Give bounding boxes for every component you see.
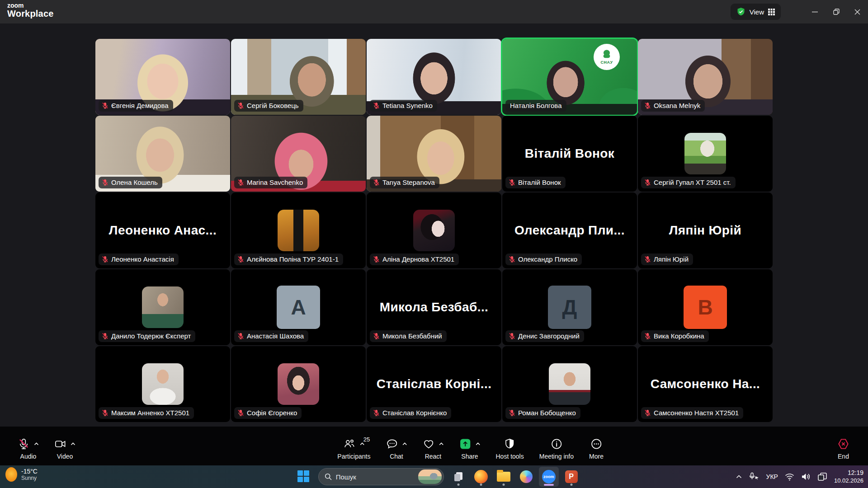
powerpoint-icon: P [565, 470, 578, 483]
taskbar-file-explorer[interactable] [494, 467, 514, 487]
participant-name-text: Денис Завгородний [518, 332, 580, 340]
participant-name-text: Олена Кошель [111, 178, 158, 186]
muted-mic-icon [237, 333, 244, 339]
language-indicator[interactable]: УКР [766, 473, 778, 480]
more-button[interactable]: More [581, 435, 611, 462]
participant-name-text: Данило Тодерюк Єксперт [111, 332, 191, 340]
start-button[interactable] [294, 467, 314, 487]
participant-name-text: Ляпін Юрій [654, 255, 689, 263]
muted-mic-icon [644, 333, 651, 339]
end-meeting-button[interactable]: End [830, 435, 857, 462]
participant-tile[interactable]: СНАУНаталія Болгова [502, 39, 637, 115]
muted-mic-icon [509, 179, 515, 186]
participant-tile[interactable]: Олександр Пли...Олександр Плиско [502, 192, 637, 268]
search-box[interactable]: Пошук [318, 468, 444, 485]
taskbar-clock[interactable]: 12:19 10.02.2026 [834, 469, 863, 484]
audio-button[interactable]: Audio [10, 435, 47, 462]
participant-tile[interactable]: Marina Savchenko [231, 116, 366, 192]
participant-tile[interactable]: Віталій ВонокВіталій Вонок [502, 116, 637, 192]
chat-bubble-icon [386, 438, 398, 450]
participant-tile[interactable]: Алєйнова Поліна ТУР 2401-1 [231, 192, 366, 268]
chau-logo-text: СНАУ [600, 60, 613, 65]
participant-tile[interactable]: Євгенія Демидова [95, 39, 230, 115]
participant-display-name: Самсоненко На... [651, 377, 760, 391]
search-highlight-image[interactable] [418, 469, 442, 484]
participant-name-text: Сергій Гупал ХТ 2501 ст. [654, 178, 731, 186]
share-options-chevron[interactable] [475, 442, 480, 446]
host-tools-button[interactable]: Host tools [488, 435, 531, 462]
meeting-toolbar: Audio Video 25 Particip [0, 427, 868, 465]
participants-button[interactable]: 25 Participants [330, 435, 378, 462]
system-tray: УКР 12:19 10.02.2026 [736, 465, 863, 488]
participant-tile[interactable]: ВВика Коробкина [638, 269, 773, 345]
taskbar-firefox[interactable] [471, 467, 491, 487]
react-options-chevron[interactable] [439, 442, 443, 446]
participant-tile[interactable]: ДДенис Завгородний [502, 269, 637, 345]
participant-tile[interactable]: Аліна Дернова ХТ2501 [367, 192, 501, 268]
close-button[interactable] [847, 0, 868, 23]
participant-tile[interactable]: Максим Анненко ХТ2501 [95, 346, 230, 422]
taskbar-copilot[interactable] [516, 467, 536, 487]
participant-tile[interactable]: Самсоненко На...Самсоненко Настя ХТ2501 [638, 346, 773, 422]
grid-view-icon [768, 9, 775, 15]
tray-overflow-chevron[interactable] [736, 475, 742, 479]
participant-name-text: Софія Єгоренко [247, 409, 297, 417]
audio-options-chevron[interactable] [34, 442, 39, 446]
pen-workspace-icon[interactable] [817, 472, 827, 481]
share-screen-icon [459, 438, 471, 450]
participant-tile[interactable]: Tanya Stepanova [367, 116, 501, 192]
muted-mic-icon [644, 179, 651, 186]
weather-widget[interactable]: -15°C Sunny [5, 467, 38, 482]
participant-tile[interactable]: Данило Тодерюк Єксперт [95, 269, 230, 345]
video-options-chevron[interactable] [71, 442, 75, 446]
video-button[interactable]: Video [47, 435, 83, 462]
participant-name-text: Наталія Болгова [510, 102, 562, 109]
participant-letter-avatar: А [277, 286, 320, 329]
mic-in-use-location-icon[interactable] [749, 472, 760, 481]
taskbar-zoom[interactable]: zoom [539, 467, 559, 487]
participant-display-name: Ляпін Юрій [669, 223, 741, 238]
react-button[interactable]: React [415, 435, 451, 462]
taskbar-app-window[interactable] [448, 467, 468, 487]
participant-tile[interactable]: Станіслав Корні...Станіслав Корнієнко [367, 346, 501, 422]
minimize-button[interactable] [804, 0, 826, 23]
participant-tile[interactable]: Сергій Боковець [231, 39, 366, 115]
participant-tile[interactable]: ААнастасія Шахова [231, 269, 366, 345]
firefox-icon [474, 470, 488, 483]
audio-button-label: Audio [20, 453, 37, 460]
participant-tile[interactable]: Софія Єгоренко [231, 346, 366, 422]
participant-tile[interactable]: Роман Бобощенко [502, 346, 637, 422]
participant-tile[interactable]: Oksana Melnyk [638, 39, 773, 115]
search-icon [325, 473, 332, 480]
taskbar-powerpoint[interactable]: P [561, 467, 581, 487]
chat-options-chevron[interactable] [402, 442, 407, 446]
chat-button[interactable]: Chat [378, 435, 415, 462]
participant-name-label: Сергій Боковець [234, 100, 303, 112]
toolbar-left-group: Audio Video [10, 435, 83, 462]
more-button-label: More [589, 453, 604, 460]
meeting-info-button[interactable]: Meeting info [532, 435, 581, 462]
participant-tile[interactable]: Олена Кошель [95, 116, 230, 192]
participant-photo-avatar [413, 210, 455, 251]
participant-tile[interactable]: Леоненко Анас...Леоненко Анастасія [95, 192, 230, 268]
participant-name-label: Самсоненко Настя ХТ2501 [641, 407, 743, 419]
muted-mic-icon [237, 179, 244, 186]
restore-button[interactable] [826, 0, 847, 23]
share-button[interactable]: Share [451, 435, 488, 462]
participant-tile[interactable]: Tetiana Synenko [367, 39, 501, 115]
wifi-icon[interactable] [785, 473, 794, 481]
video-camera-icon [54, 438, 66, 450]
participant-tile[interactable]: Сергій Гупал ХТ 2501 ст. [638, 116, 773, 192]
participant-name-text: Станіслав Корнієнко [382, 409, 447, 417]
volume-icon[interactable] [801, 473, 811, 481]
participant-display-name: Олександр Пли... [514, 223, 625, 238]
participant-name-label: Tanya Stepanova [370, 177, 439, 188]
participant-display-name: Віталій Вонок [525, 146, 614, 161]
participant-name-label: Олександр Плиско [505, 253, 582, 265]
participant-letter-avatar: Д [548, 286, 591, 329]
muted-mic-icon [509, 333, 515, 339]
participant-tile[interactable]: Ляпін ЮрійЛяпін Юрій [638, 192, 773, 268]
muted-mic-icon [237, 102, 244, 109]
view-button[interactable]: View [731, 4, 781, 20]
participant-tile[interactable]: Микола Безбаб...Микола Безбабний [367, 269, 501, 345]
